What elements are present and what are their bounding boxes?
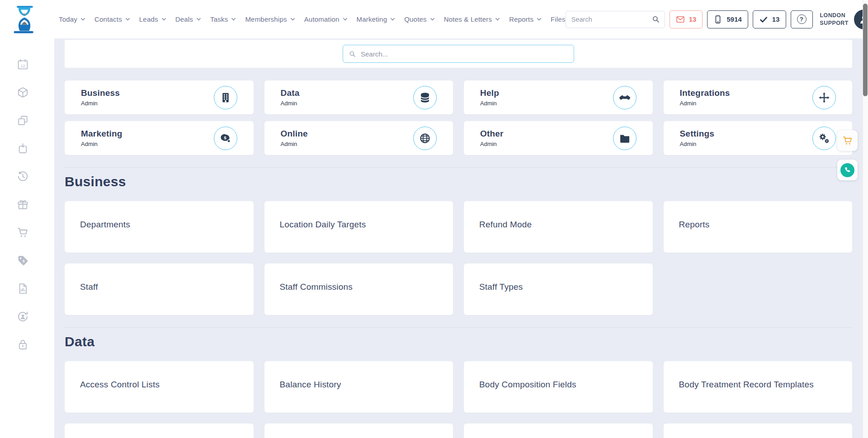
nav-item-label: Reports: [509, 15, 533, 23]
section-card-grid: Departments Location Daily Targets Refun…: [65, 201, 852, 315]
admin-card-title: Settings: [680, 129, 715, 139]
admin-card-other[interactable]: Other Admin: [464, 121, 653, 155]
lock-icon[interactable]: [17, 339, 29, 351]
tasks-count: 13: [772, 15, 780, 23]
floating-phone-button[interactable]: [837, 160, 858, 180]
nav-item-quotes[interactable]: Quotes: [404, 15, 435, 23]
admin-card-marketing[interactable]: Marketing Admin: [65, 121, 254, 155]
chevron-down-icon: [80, 17, 85, 22]
main-content: Business Admin Data Admin Help Admin Int…: [54, 38, 863, 438]
sidebar: [0, 38, 45, 438]
mail-notifications-button[interactable]: 13: [670, 10, 703, 28]
tag-icon[interactable]: [17, 254, 29, 267]
card-refund-mode[interactable]: Refund Mode: [464, 201, 653, 253]
nav-item-contacts[interactable]: Contacts: [94, 15, 130, 23]
mail-count: 13: [689, 15, 697, 23]
move-icon: [812, 86, 836, 109]
card-access-control-lists[interactable]: Access Control Lists: [65, 361, 254, 413]
nav-item-label: Quotes: [404, 15, 427, 23]
user-name-line2: SUPPORT: [820, 19, 849, 27]
gift-icon[interactable]: [17, 198, 29, 211]
phone-notifications-button[interactable]: 5914: [707, 10, 748, 28]
database-icon: [413, 86, 437, 109]
nav-item-label: Tasks: [210, 15, 228, 23]
package-icon[interactable]: [17, 86, 29, 99]
admin-card-help[interactable]: Help Admin: [464, 80, 653, 114]
card-balance-history[interactable]: Balance History: [264, 361, 453, 413]
money-chat-icon: [214, 127, 237, 150]
card-label: Location Daily Targets: [280, 218, 438, 231]
nav-item-label: Memberships: [245, 15, 287, 23]
account-sync-icon[interactable]: [17, 311, 29, 323]
admin-card-integrations[interactable]: Integrations Admin: [664, 80, 853, 114]
nav-item-marketing[interactable]: Marketing: [357, 15, 396, 23]
search-icon[interactable]: [651, 15, 660, 24]
admin-card-subtitle: Admin: [680, 141, 715, 147]
mobile-icon: [713, 15, 722, 24]
card-location-daily-targets[interactable]: Location Daily Targets: [264, 201, 453, 253]
admin-card-title: Online: [281, 129, 308, 139]
admin-card-subtitle: Admin: [480, 100, 499, 107]
admin-card-title: Business: [81, 88, 120, 98]
bag-icon[interactable]: [17, 142, 29, 155]
nav-item-files[interactable]: Files: [551, 15, 566, 23]
globe-icon: [413, 127, 437, 150]
cart-icon: [842, 135, 853, 146]
admin-card-subtitle: Admin: [81, 141, 123, 147]
header-search-input[interactable]: [571, 16, 651, 23]
admin-card-online[interactable]: Online Admin: [264, 121, 453, 155]
card-staff[interactable]: Staff: [65, 264, 254, 315]
card-label: Staff Commissions: [280, 281, 438, 293]
admin-card-title: Other: [480, 129, 504, 139]
admin-card-title: Integrations: [680, 88, 730, 98]
nav-item-notes-letters[interactable]: Notes & Letters: [444, 15, 500, 23]
nav-item-deals[interactable]: Deals: [175, 15, 201, 23]
floating-cart-button[interactable]: [837, 130, 858, 151]
history-icon[interactable]: [17, 170, 29, 183]
card-label: Body Composition Fields: [479, 378, 637, 391]
folder-icon: [613, 127, 637, 150]
card[interactable]: [264, 424, 453, 438]
report-icon[interactable]: [17, 283, 29, 295]
nav-item-today[interactable]: Today: [59, 15, 85, 23]
card-label: Balance History: [280, 378, 438, 391]
nav-item-memberships[interactable]: Memberships: [245, 15, 295, 23]
card-staff-commissions[interactable]: Staff Commissions: [264, 264, 453, 315]
chevron-down-icon: [125, 17, 130, 22]
card-label: Staff: [80, 281, 238, 293]
card[interactable]: [65, 424, 254, 438]
settings-search-input[interactable]: [361, 50, 568, 58]
nav-item-label: Notes & Letters: [444, 15, 492, 23]
admin-card-business[interactable]: Business Admin: [65, 80, 254, 114]
cart-icon[interactable]: [17, 226, 29, 239]
nav-item-automation[interactable]: Automation: [304, 15, 348, 23]
search-icon: [349, 50, 356, 58]
calendar-icon[interactable]: [17, 58, 29, 71]
nav-item-leads[interactable]: Leads: [139, 15, 166, 23]
card-staff-types[interactable]: Staff Types: [464, 264, 653, 315]
nav-item-tasks[interactable]: Tasks: [210, 15, 236, 23]
card-label: Departments: [80, 218, 238, 231]
card-label: Refund Mode: [479, 218, 637, 231]
scrollbar-thumb[interactable]: [863, 4, 868, 96]
nav-item-reports[interactable]: Reports: [509, 15, 542, 23]
admin-card-settings[interactable]: Settings Admin: [664, 121, 853, 155]
admin-card-data[interactable]: Data Admin: [264, 80, 453, 114]
card-body-treatment-record-templates[interactable]: Body Treatment Record Templates: [664, 361, 853, 413]
user-name: LONDON SUPPORT: [820, 12, 849, 27]
card-departments[interactable]: Departments: [65, 201, 254, 253]
brand-logo-hourglass-icon: [11, 5, 38, 34]
handshake-icon: [613, 86, 637, 109]
header-search: [566, 11, 665, 28]
nav-item-label: Automation: [304, 15, 340, 23]
copy-icon[interactable]: [17, 114, 29, 127]
card[interactable]: [464, 424, 653, 438]
question-icon: ?: [797, 14, 807, 24]
admin-grid: Business Admin Data Admin Help Admin Int…: [65, 80, 852, 155]
admin-card-subtitle: Admin: [281, 100, 300, 107]
help-button[interactable]: ?: [791, 10, 813, 28]
card-body-composition-fields[interactable]: Body Composition Fields: [464, 361, 653, 413]
card[interactable]: [664, 424, 853, 438]
card-reports[interactable]: Reports: [664, 201, 853, 253]
tasks-notifications-button[interactable]: 13: [753, 10, 786, 28]
